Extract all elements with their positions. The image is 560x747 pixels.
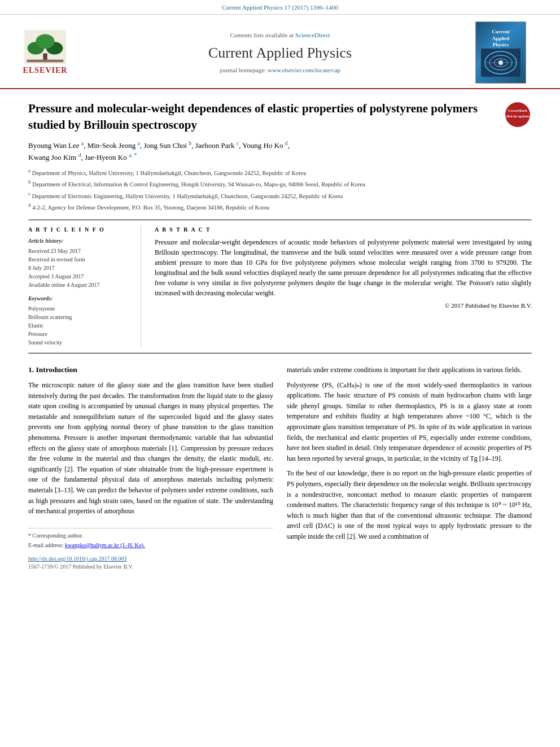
history-received: Received 23 May 2017 <box>28 247 132 255</box>
keywords-section: Keywords: Polystyrene Brillouin scatteri… <box>28 295 132 347</box>
divider-top <box>28 220 532 220</box>
issn-copyright: 1567-1739/© 2017 Published by Elsevier B… <box>28 563 273 571</box>
main-content: Pressure and molecular-weight dependence… <box>0 89 560 582</box>
keyword-0: Polystyrene <box>28 305 132 313</box>
article-title-text: Pressure and molecular-weight dependence… <box>28 101 504 133</box>
svg-text:CrossMark: CrossMark <box>508 108 527 113</box>
abstract-heading: A B S T R A C T <box>155 226 532 234</box>
elsevier-text: ELSEVIER <box>23 65 68 76</box>
contents-available: Contents lists available at ScienceDirec… <box>85 31 475 40</box>
journal-title-header: Current Applied Physics <box>85 43 475 63</box>
body-left-col: 1. Introduction The microscopic nature o… <box>28 365 273 571</box>
affiliation-d: d 4-2-2, Agency for Defense Development,… <box>28 202 532 212</box>
crossmark-badge: CrossMark click for updates <box>504 101 532 129</box>
history-revised-date: 8 July 2017 <box>28 264 132 272</box>
footnote-area: * Corresponding author. E-mail address: … <box>28 528 273 549</box>
svg-text:click for updates: click for updates <box>506 115 530 118</box>
history-title: Article history: <box>28 237 132 245</box>
homepage-url[interactable]: www.elsevier.com/locate/cap <box>268 67 340 73</box>
journal-header-right: CurrentAppliedPhysics <box>475 21 549 84</box>
journal-cover-image: CurrentAppliedPhysics <box>475 21 526 84</box>
authors-line: Byoung Wan Lee a, Min-Seok Jeong a, Jong… <box>28 139 532 163</box>
sciencedirect-link[interactable]: ScienceDirect <box>295 32 330 38</box>
keyword-1: Brillouin scattering <box>28 313 132 321</box>
article-history: Article history: Received 23 May 2017 Re… <box>28 237 132 289</box>
info-abstract-section: A R T I C L E I N F O Article history: R… <box>28 226 532 347</box>
affiliations: a Department of Physics, Hallym Universi… <box>28 167 532 212</box>
journal-ref-text: Current Applied Physics 17 (2017) 1396–1… <box>222 4 338 11</box>
svg-point-4 <box>36 34 54 49</box>
footnote-email-link[interactable]: kwangko@hallym.ac.kr (J.-H. Ko). <box>65 542 145 548</box>
abstract-text: Pressure and molecular-weight dependence… <box>155 237 532 298</box>
affiliation-c: c Department of Electronic Engineering, … <box>28 190 532 200</box>
intro-heading: 1. Introduction <box>28 365 273 375</box>
right-para-3: To the best of our knowledge, there is n… <box>287 468 532 541</box>
right-para-1: materials under extreme conditions is im… <box>287 365 532 375</box>
affiliation-b: b Department of Electrical, Information … <box>28 178 532 189</box>
body-section: 1. Introduction The microscopic nature o… <box>28 365 532 571</box>
divider-body <box>28 353 532 353</box>
journal-homepage: journal homepage: www.elsevier.com/locat… <box>85 66 475 75</box>
journal-ref-bar: Current Applied Physics 17 (2017) 1396–1… <box>0 0 560 15</box>
abstract-copyright: © 2017 Published by Elsevier B.V. <box>155 302 532 310</box>
bottom-bar: http://dx.doi.org/10.1016/j.cap.2017.08.… <box>28 555 273 571</box>
elsevier-tree-icon <box>23 30 68 64</box>
elsevier-logo: ELSEVIER <box>11 30 79 76</box>
article-title-section: Pressure and molecular-weight dependence… <box>28 101 532 133</box>
footnote-corresponding: * Corresponding author. <box>28 532 273 540</box>
article-info-heading: A R T I C L E I N F O <box>28 226 132 234</box>
keyword-2: Elastic <box>28 322 132 330</box>
history-revised-label: Received in revised form <box>28 256 132 264</box>
doi-link[interactable]: http://dx.doi.org/10.1016/j.cap.2017.08.… <box>28 555 273 563</box>
journal-header: ELSEVIER Contents lists available at Sci… <box>0 15 560 89</box>
right-para-2: Polystyrene (PS, (C₈H₈)ₙ) is one of the … <box>287 380 532 464</box>
history-accepted: Accepted 3 August 2017 <box>28 273 132 281</box>
svg-rect-5 <box>27 59 64 62</box>
affiliation-a: a Department of Physics, Hallym Universi… <box>28 167 532 177</box>
keywords-title: Keywords: <box>28 295 132 303</box>
keyword-4: Sound velocity <box>28 339 132 347</box>
intro-para-1: The microscopic nature of the glassy sta… <box>28 380 273 517</box>
abstract-col: A B S T R A C T Pressure and molecular-w… <box>155 226 532 347</box>
footnote-email: E-mail address: kwangko@hallym.ac.kr (J.… <box>28 541 273 549</box>
keyword-3: Pressure <box>28 330 132 338</box>
history-available-online: Available online 4 August 2017 <box>28 281 132 289</box>
article-info-col: A R T I C L E I N F O Article history: R… <box>28 226 141 347</box>
journal-header-left: ELSEVIER <box>11 30 85 76</box>
cover-art <box>481 49 520 77</box>
body-right-col: materials under extreme conditions is im… <box>287 365 532 571</box>
journal-header-center: Contents lists available at ScienceDirec… <box>85 31 475 75</box>
